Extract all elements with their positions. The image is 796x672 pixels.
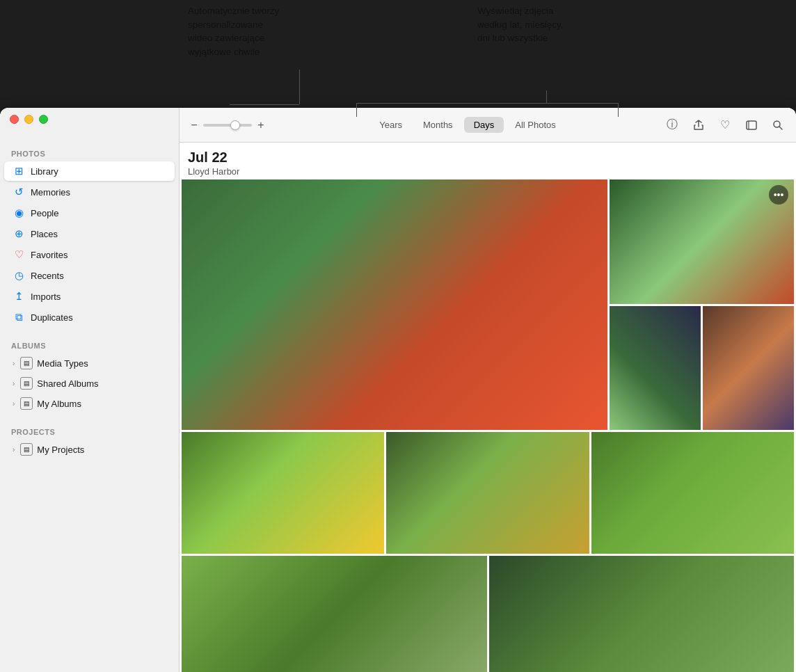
favorite-button[interactable]: ♡	[715, 115, 735, 135]
maximize-button[interactable]	[39, 115, 48, 124]
svg-rect-0	[747, 121, 756, 129]
photo-cell-r3c2[interactable]	[489, 556, 795, 672]
search-button[interactable]	[768, 115, 788, 135]
zoom-out-button[interactable]: −	[188, 119, 200, 131]
albums-section-label: Albums	[0, 335, 179, 353]
sidebar-item-label: Library	[31, 166, 58, 177]
chevron-right-icon: ›	[13, 380, 15, 387]
photo-cell-r2c1[interactable]	[182, 432, 384, 554]
sidebar: Photos ⊞ Library ↺ Memories ◉ People ⊕ P…	[0, 108, 180, 672]
places-icon: ⊕	[13, 227, 25, 240]
my-projects-icon: ▤	[20, 443, 33, 456]
view-tabs: Years Months Days All Photos	[278, 117, 657, 133]
photo-cell-r2c2[interactable]	[386, 432, 589, 554]
annotation-left: Automatycznie tworzy spersonalizowane wi…	[188, 4, 279, 58]
main-window: Photos ⊞ Library ↺ Memories ◉ People ⊕ P…	[0, 108, 796, 672]
photo-cell-r3c1[interactable]	[182, 556, 487, 672]
group-label: Shared Albums	[37, 378, 98, 389]
zoom-in-button[interactable]: +	[255, 119, 267, 131]
zoom-control: − +	[188, 119, 267, 131]
memories-icon: ↺	[13, 186, 25, 198]
photo-cell-br2[interactable]	[703, 306, 794, 431]
my-albums-icon: ▤	[20, 397, 33, 410]
photo-cell-top-right[interactable]: •••	[610, 179, 794, 304]
zoom-thumb[interactable]	[230, 120, 240, 130]
chevron-right-icon: ›	[13, 360, 15, 367]
main-content: − + Years Months Days All Photos ⓘ	[180, 108, 796, 672]
date-section: Jul 22 Lloyd Harbor	[180, 143, 796, 179]
annotation-right: Wyświetlaj zdjęcia według lat, miesięcy,…	[477, 4, 564, 45]
bottom-right-pair	[610, 306, 794, 431]
sidebar-item-my-projects[interactable]: › ▤ My Projects	[4, 440, 175, 459]
people-icon: ◉	[13, 207, 25, 219]
projects-section-label: Projects	[0, 421, 179, 439]
date-label: Jul 22	[188, 150, 788, 166]
more-options-button[interactable]	[742, 115, 761, 135]
sidebar-item-favorites[interactable]: ♡ Favorites	[4, 245, 175, 264]
more-options-overlay-button[interactable]: •••	[769, 185, 788, 205]
svg-line-3	[779, 127, 782, 129]
imports-icon: ↥	[13, 290, 25, 303]
chevron-right-icon: ›	[13, 446, 15, 454]
photo-cell-br1[interactable]	[610, 306, 701, 431]
chevron-right-icon: ›	[13, 400, 15, 408]
minimize-button[interactable]	[24, 115, 33, 124]
photo-cell-r2c3[interactable]	[591, 432, 794, 554]
sidebar-item-label: Favorites	[31, 250, 67, 260]
library-icon: ⊞	[13, 165, 25, 177]
tab-days[interactable]: Days	[464, 117, 504, 133]
photo-cell-main[interactable]	[182, 179, 607, 430]
photo-grid[interactable]: Jul 22 Lloyd Harbor •••	[180, 143, 796, 672]
sidebar-item-label: Memories	[31, 187, 70, 198]
group-label: Media Types	[37, 358, 88, 369]
tab-months[interactable]: Months	[413, 117, 463, 133]
recents-icon: ◷	[13, 269, 25, 282]
location-label: Lloyd Harbor	[188, 166, 788, 177]
sidebar-item-library[interactable]: ⊞ Library	[4, 161, 175, 181]
mosaic-row-1: •••	[182, 179, 794, 430]
traffic-lights	[10, 115, 48, 124]
sidebar-item-places[interactable]: ⊕ Places	[4, 224, 175, 243]
sidebar-item-people[interactable]: ◉ People	[4, 203, 175, 223]
mosaic-row-3	[182, 556, 794, 672]
close-button[interactable]	[10, 115, 19, 124]
sidebar-item-label: People	[31, 208, 58, 218]
group-label: My Projects	[37, 445, 84, 455]
mosaic-row-2	[182, 432, 794, 554]
sidebar-item-label: Imports	[31, 291, 61, 302]
sidebar-item-shared-albums[interactable]: › ▤ Shared Albums	[4, 374, 175, 393]
shared-albums-icon: ▤	[20, 377, 33, 390]
sidebar-item-recents[interactable]: ◷ Recents	[4, 266, 175, 285]
photo-mosaic: •••	[180, 179, 796, 672]
group-label: My Albums	[37, 399, 81, 409]
sidebar-item-media-types[interactable]: › ▤ Media Types	[4, 353, 175, 373]
tab-years[interactable]: Years	[369, 117, 412, 133]
toolbar-actions: ⓘ ♡	[662, 115, 788, 135]
right-column: •••	[610, 179, 794, 430]
sidebar-item-imports[interactable]: ↥ Imports	[4, 287, 175, 306]
zoom-slider[interactable]	[203, 124, 252, 127]
photos-section-label: Photos	[0, 143, 179, 161]
sidebar-item-label: Duplicates	[31, 312, 73, 323]
sidebar-item-label: Places	[31, 229, 58, 239]
tab-all-photos[interactable]: All Photos	[505, 117, 566, 133]
media-types-icon: ▤	[20, 357, 33, 369]
sidebar-item-label: Recents	[31, 271, 64, 281]
favorites-icon: ♡	[13, 248, 25, 261]
sidebar-item-duplicates[interactable]: ⧉ Duplicates	[4, 307, 175, 327]
sidebar-item-memories[interactable]: ↺ Memories	[4, 182, 175, 202]
sidebar-item-my-albums[interactable]: › ▤ My Albums	[4, 394, 175, 413]
info-button[interactable]: ⓘ	[662, 115, 682, 135]
duplicates-icon: ⧉	[13, 311, 25, 323]
share-button[interactable]	[689, 115, 708, 135]
